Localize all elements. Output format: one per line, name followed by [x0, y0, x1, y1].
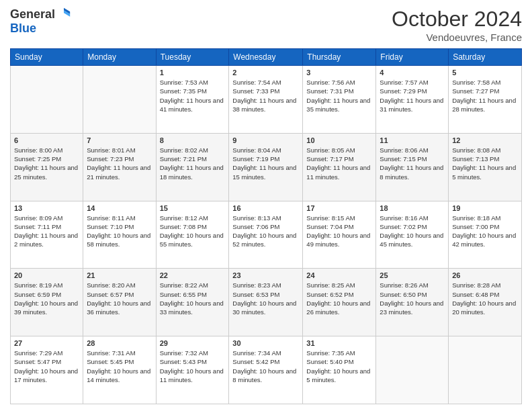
sunset-text: Sunset: 6:52 PM	[306, 291, 353, 298]
logo-general-text: General	[10, 7, 55, 21]
daylight-text: Daylight: 11 hours and 5 minutes.	[452, 164, 516, 180]
day-number: 30	[232, 339, 299, 347]
daylight-text: Daylight: 11 hours and 21 minutes.	[87, 164, 150, 180]
sunrise-text: Sunrise: 7:35 AM	[306, 349, 355, 357]
calendar-cell: 14 Sunrise: 8:11 AM Sunset: 7:10 PM Dayl…	[83, 201, 156, 269]
cell-content: Sunrise: 8:06 AM Sunset: 7:15 PM Dayligh…	[380, 146, 445, 181]
cell-content: Sunrise: 8:19 AM Sunset: 6:59 PM Dayligh…	[14, 281, 79, 316]
cell-content: Sunrise: 8:26 AM Sunset: 6:50 PM Dayligh…	[380, 281, 445, 316]
sunrise-text: Sunrise: 8:02 AM	[160, 146, 208, 154]
calendar-cell: 23 Sunrise: 8:23 AM Sunset: 6:53 PM Dayl…	[229, 269, 303, 336]
title-area: October 2024 Vendoeuvres, France	[392, 7, 522, 43]
daylight-text: Daylight: 11 hours and 8 minutes.	[380, 164, 443, 180]
sunset-text: Sunset: 7:33 PM	[232, 87, 279, 95]
cell-content: Sunrise: 8:01 AM Sunset: 7:23 PM Dayligh…	[87, 146, 152, 181]
daylight-text: Daylight: 10 hours and 20 minutes.	[452, 300, 516, 316]
sunset-text: Sunset: 6:55 PM	[160, 291, 207, 298]
day-number: 21	[87, 271, 152, 279]
day-number: 31	[306, 339, 372, 347]
sunset-text: Sunset: 7:25 PM	[14, 155, 61, 163]
calendar-cell: 15 Sunrise: 8:12 AM Sunset: 7:08 PM Dayl…	[156, 201, 229, 269]
day-number: 14	[87, 204, 152, 212]
cell-content: Sunrise: 8:02 AM Sunset: 7:21 PM Dayligh…	[160, 146, 226, 181]
sunset-text: Sunset: 6:53 PM	[232, 291, 279, 298]
sunrise-text: Sunrise: 8:01 AM	[87, 146, 135, 154]
day-number: 3	[306, 68, 372, 77]
daylight-text: Daylight: 11 hours and 25 minutes.	[14, 164, 78, 180]
cell-content: Sunrise: 8:00 AM Sunset: 7:25 PM Dayligh…	[14, 146, 79, 181]
sunset-text: Sunset: 6:59 PM	[14, 291, 61, 298]
day-number: 25	[380, 271, 445, 279]
cell-content: Sunrise: 8:20 AM Sunset: 6:57 PM Dayligh…	[87, 281, 152, 316]
day-number: 18	[380, 204, 445, 212]
cell-content: Sunrise: 8:16 AM Sunset: 7:02 PM Dayligh…	[380, 214, 445, 249]
day-number: 22	[160, 271, 226, 279]
daylight-text: Daylight: 11 hours and 11 minutes.	[306, 164, 370, 180]
day-number: 20	[14, 271, 79, 279]
sunset-text: Sunset: 7:19 PM	[232, 155, 279, 163]
sunrise-text: Sunrise: 7:56 AM	[306, 79, 355, 86]
sunset-text: Sunset: 7:15 PM	[380, 155, 427, 163]
sunset-text: Sunset: 5:42 PM	[232, 358, 279, 365]
sunrise-text: Sunrise: 7:54 AM	[232, 79, 281, 86]
calendar-cell: 29 Sunrise: 7:32 AM Sunset: 5:43 PM Dayl…	[156, 336, 229, 404]
daylight-text: Daylight: 10 hours and 39 minutes.	[14, 300, 78, 316]
day-number: 13	[14, 204, 79, 212]
day-number: 4	[380, 68, 445, 77]
daylight-text: Daylight: 10 hours and 14 minutes.	[87, 367, 150, 383]
sunrise-text: Sunrise: 8:23 AM	[232, 281, 281, 289]
sunrise-text: Sunrise: 8:05 AM	[306, 146, 355, 154]
daylight-text: Daylight: 11 hours and 38 minutes.	[232, 97, 296, 113]
calendar-cell: 22 Sunrise: 8:22 AM Sunset: 6:55 PM Dayl…	[156, 269, 229, 336]
calendar-week-row: 13 Sunrise: 8:09 AM Sunset: 7:11 PM Dayl…	[11, 201, 522, 269]
daylight-text: Daylight: 10 hours and 8 minutes.	[232, 367, 296, 383]
sunrise-text: Sunrise: 8:12 AM	[160, 214, 208, 222]
daylight-text: Daylight: 10 hours and 55 minutes.	[160, 232, 224, 248]
sunrise-text: Sunrise: 8:26 AM	[380, 281, 428, 289]
sunrise-text: Sunrise: 8:09 AM	[14, 214, 62, 222]
calendar-cell: 4 Sunrise: 7:57 AM Sunset: 7:29 PM Dayli…	[376, 66, 449, 134]
cell-content: Sunrise: 8:09 AM Sunset: 7:11 PM Dayligh…	[14, 214, 79, 249]
sunset-text: Sunset: 6:50 PM	[380, 291, 427, 298]
sunrise-text: Sunrise: 8:28 AM	[452, 281, 500, 289]
calendar-cell	[449, 336, 522, 404]
sunrise-text: Sunrise: 7:29 AM	[14, 349, 62, 357]
sunset-text: Sunset: 7:00 PM	[452, 223, 499, 230]
calendar-week-row: 6 Sunrise: 8:00 AM Sunset: 7:25 PM Dayli…	[11, 133, 522, 201]
daylight-text: Daylight: 10 hours and 33 minutes.	[160, 300, 224, 316]
calendar-week-row: 27 Sunrise: 7:29 AM Sunset: 5:47 PM Dayl…	[11, 336, 522, 404]
daylight-text: Daylight: 11 hours and 31 minutes.	[380, 97, 443, 113]
calendar-cell: 28 Sunrise: 7:31 AM Sunset: 5:45 PM Dayl…	[83, 336, 156, 404]
daylight-text: Daylight: 11 hours and 15 minutes.	[232, 164, 296, 180]
col-friday: Friday	[376, 49, 449, 66]
sunset-text: Sunset: 7:17 PM	[306, 155, 353, 163]
day-number: 6	[14, 136, 79, 144]
sunrise-text: Sunrise: 8:04 AM	[232, 146, 281, 154]
calendar-cell	[376, 336, 449, 404]
daylight-text: Daylight: 11 hours and 2 minutes.	[14, 232, 78, 248]
sunrise-text: Sunrise: 7:57 AM	[380, 79, 428, 86]
calendar-header-row: Sunday Monday Tuesday Wednesday Thursday…	[11, 49, 522, 66]
day-number: 5	[452, 68, 518, 77]
daylight-text: Daylight: 10 hours and 45 minutes.	[380, 232, 443, 248]
day-number: 8	[160, 136, 226, 144]
calendar-cell: 8 Sunrise: 8:02 AM Sunset: 7:21 PM Dayli…	[156, 133, 229, 201]
cell-content: Sunrise: 8:13 AM Sunset: 7:06 PM Dayligh…	[232, 214, 299, 249]
sunset-text: Sunset: 7:11 PM	[14, 223, 61, 230]
daylight-text: Daylight: 10 hours and 11 minutes.	[160, 367, 224, 383]
calendar-cell: 10 Sunrise: 8:05 AM Sunset: 7:17 PM Dayl…	[303, 133, 376, 201]
sunset-text: Sunset: 5:40 PM	[306, 358, 353, 365]
cell-content: Sunrise: 7:53 AM Sunset: 7:35 PM Dayligh…	[160, 78, 226, 113]
location-title: Vendoeuvres, France	[392, 32, 522, 43]
day-number: 29	[160, 339, 226, 347]
cell-content: Sunrise: 8:25 AM Sunset: 6:52 PM Dayligh…	[306, 281, 372, 316]
sunset-text: Sunset: 7:27 PM	[452, 87, 499, 95]
day-number: 1	[160, 68, 226, 77]
cell-content: Sunrise: 8:18 AM Sunset: 7:00 PM Dayligh…	[452, 214, 518, 249]
header: General Blue October 2024 Vendoeuvres, F…	[10, 7, 522, 43]
col-wednesday: Wednesday	[229, 49, 303, 66]
sunset-text: Sunset: 7:23 PM	[87, 155, 134, 163]
calendar-cell: 25 Sunrise: 8:26 AM Sunset: 6:50 PM Dayl…	[376, 269, 449, 336]
sunrise-text: Sunrise: 8:08 AM	[452, 146, 500, 154]
cell-content: Sunrise: 8:05 AM Sunset: 7:17 PM Dayligh…	[306, 146, 372, 181]
